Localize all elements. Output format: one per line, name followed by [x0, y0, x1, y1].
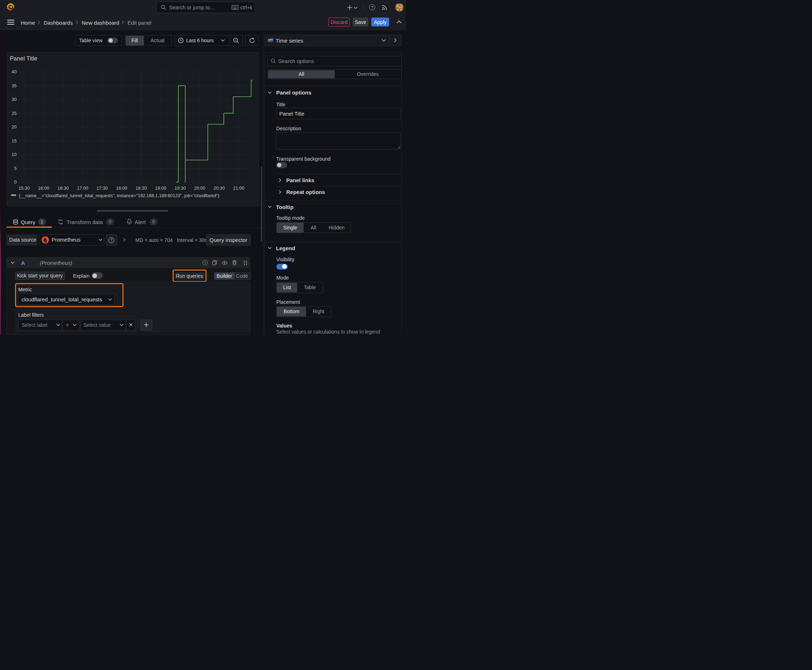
svg-text:20: 20 [12, 125, 17, 130]
svg-text:16:00: 16:00 [38, 186, 49, 191]
svg-text:5: 5 [14, 166, 17, 171]
svg-text:16:30: 16:30 [57, 186, 68, 191]
svg-text:{__name__="cloudflared_tunnel_: {__name__="cloudflared_tunnel_total_requ… [19, 193, 219, 198]
svg-text:17:30: 17:30 [96, 186, 107, 191]
svg-text:19:30: 19:30 [175, 186, 185, 191]
svg-text:35: 35 [12, 83, 17, 88]
svg-text:15:30: 15:30 [18, 186, 29, 191]
svg-text:20:00: 20:00 [194, 186, 205, 191]
svg-text:21:00: 21:00 [233, 186, 244, 191]
svg-text:0: 0 [14, 180, 17, 185]
svg-text:25: 25 [12, 111, 17, 116]
svg-text:40: 40 [12, 69, 17, 74]
svg-text:15: 15 [12, 139, 17, 144]
svg-text:17:00: 17:00 [77, 186, 88, 191]
svg-text:30: 30 [12, 97, 17, 102]
svg-text:18:00: 18:00 [116, 186, 127, 191]
svg-text:18:30: 18:30 [135, 186, 146, 191]
svg-text:20:30: 20:30 [214, 186, 224, 191]
svg-text:19:00: 19:00 [155, 186, 166, 191]
svg-text:10: 10 [12, 152, 17, 157]
